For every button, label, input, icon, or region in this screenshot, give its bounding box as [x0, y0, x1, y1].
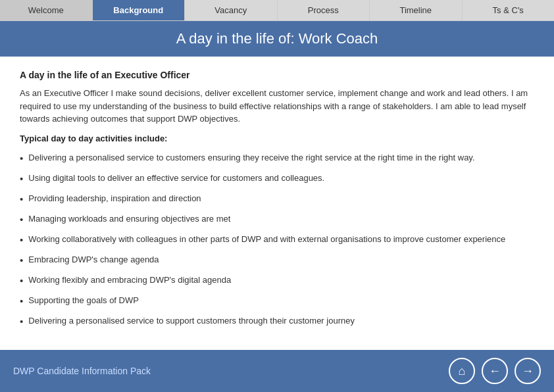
list-item: •Managing workloads and ensuring objecti… [20, 212, 534, 226]
bullet-icon: • [20, 274, 23, 287]
back-button[interactable]: ← [482, 358, 508, 384]
list-item-text: Working collaboratively with colleagues … [28, 233, 505, 246]
list-item: •Working collaboratively with colleagues… [20, 233, 534, 247]
forward-icon: → [522, 364, 534, 378]
bullet-icon: • [20, 151, 23, 165]
list-item-text: Using digital tools to deliver an effect… [28, 172, 324, 185]
list-item-text: Delivering a personalised service to sup… [28, 314, 355, 328]
nav-tab-background[interactable]: Background [93, 0, 186, 20]
forward-button[interactable]: → [515, 358, 541, 384]
nav-tab-process[interactable]: Process [278, 0, 370, 20]
bullet-list: •Delivering a personalised service to cu… [20, 151, 534, 328]
list-item: •Using digital tools to deliver an effec… [20, 172, 534, 185]
bullet-icon: • [20, 172, 23, 185]
list-item-text: Supporting the goals of DWP [28, 294, 139, 307]
header-banner: A day in the life of: Work Coach [0, 21, 554, 57]
footer: DWP Candidate Information Pack ⌂ ← → [0, 350, 554, 392]
footer-label: DWP Candidate Information Pack [13, 366, 151, 376]
list-item-text: Working flexibly and embracing DWP's dig… [28, 274, 231, 287]
home-button[interactable]: ⌂ [449, 358, 475, 384]
list-item: •Supporting the goals of DWP [20, 294, 534, 308]
nav-tab-welcome[interactable]: Welcome [0, 0, 93, 20]
nav-tab-vacancy[interactable]: Vacancy [185, 0, 278, 20]
home-icon: ⌂ [459, 364, 466, 378]
navigation: WelcomeBackgroundVacancyProcessTimelineT… [0, 0, 554, 21]
back-icon: ← [489, 364, 501, 378]
nav-tab-ts-cs[interactable]: Ts & C's [463, 0, 555, 20]
list-item: •Working flexibly and embracing DWP's di… [20, 274, 534, 287]
bullet-icon: • [20, 192, 23, 206]
intro-body: As an Executive Officer I make sound dec… [20, 87, 534, 126]
list-item-text: Managing workloads and ensuring objectiv… [28, 212, 230, 226]
bullet-icon: • [20, 294, 23, 308]
bullet-icon: • [20, 253, 23, 267]
intro-heading: A day in the life of an Executive Office… [20, 70, 534, 80]
list-item: •Providing leadership, inspiration and d… [20, 192, 534, 206]
bullet-icon: • [20, 314, 23, 328]
list-item: •Delivering a personalised service to cu… [20, 151, 534, 165]
main-content: A day in the life of an Executive Office… [0, 57, 554, 350]
nav-tab-timeline[interactable]: Timeline [370, 0, 463, 20]
footer-nav-buttons: ⌂ ← → [449, 358, 541, 384]
list-item-text: Embracing DWP's change agenda [28, 253, 159, 266]
list-item-text: Providing leadership, inspiration and di… [28, 192, 201, 205]
bullet-icon: • [20, 212, 23, 226]
list-item: •Delivering a personalised service to su… [20, 314, 534, 328]
activities-heading: Typical day to day activities include: [20, 134, 534, 143]
list-item-text: Delivering a personalised service to cus… [28, 151, 474, 164]
bullet-icon: • [20, 233, 23, 247]
list-item: •Embracing DWP's change agenda [20, 253, 534, 267]
header-title: A day in the life of: Work Coach [176, 30, 378, 47]
